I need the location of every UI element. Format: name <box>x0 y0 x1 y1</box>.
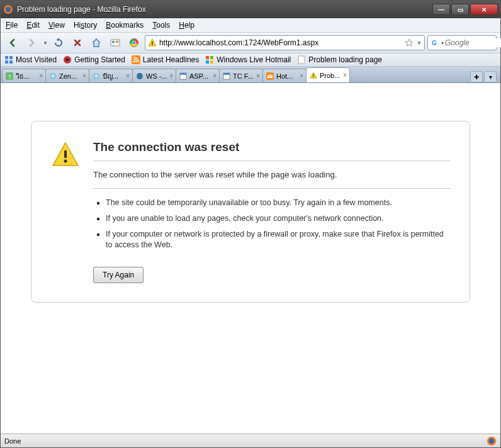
tab-favicon <box>135 72 144 81</box>
svg-rect-31 <box>180 73 186 75</box>
svg-point-1 <box>6 7 11 12</box>
tab-favicon <box>92 72 101 81</box>
error-box: The connection was reset The connection … <box>31 121 470 303</box>
svg-rect-33 <box>223 73 230 75</box>
tab-label: ปัญ... <box>103 70 124 82</box>
error-suggestions: The site could be temporarily unavailabl… <box>93 198 451 250</box>
status-text: Done <box>4 437 21 445</box>
tab-label: Prob... <box>320 72 341 79</box>
tab-favicon <box>48 72 57 81</box>
tab-label: TC F... <box>233 72 254 80</box>
status-bar: Done <box>1 434 500 447</box>
svg-rect-4 <box>116 41 118 43</box>
warning-icon <box>50 140 81 171</box>
tab-favicon <box>266 72 274 81</box>
url-input[interactable] <box>159 38 402 47</box>
try-again-button[interactable]: Try Again <box>93 267 144 283</box>
tab-close-icon[interactable]: × <box>213 72 217 79</box>
tab-4[interactable]: ASP...× <box>176 69 220 82</box>
tab-3[interactable]: WS -...× <box>132 69 176 82</box>
tab-favicon <box>179 72 188 81</box>
tab-close-icon[interactable]: × <box>343 72 347 79</box>
navigation-toolbar: ▼ ! ▼ G ▾ <box>1 33 500 53</box>
tab-label: WS -... <box>146 72 167 80</box>
bookmarks-toolbar: Most Visited Getting Started Latest Head… <box>1 53 500 67</box>
tab-0[interactable]: ?วิธ...× <box>2 69 46 82</box>
menu-view[interactable]: View <box>48 21 65 30</box>
tab-favicon <box>222 72 231 81</box>
tab-close-icon[interactable]: × <box>39 72 43 79</box>
bookmark-star-icon[interactable] <box>405 38 414 47</box>
site-warning-icon: ! <box>148 38 157 47</box>
url-bar[interactable]: ! ▼ <box>145 35 425 50</box>
svg-rect-3 <box>112 41 115 43</box>
tab-close-icon[interactable]: × <box>169 72 173 79</box>
tab-2[interactable]: ปัญ...× <box>89 69 133 82</box>
tab-bar: ?วิธ...× Zen...× ปัญ...× WS -...× ASP...… <box>1 67 500 83</box>
tab-close-icon[interactable]: × <box>126 72 130 79</box>
svg-point-8 <box>133 42 135 44</box>
svg-rect-14 <box>5 60 8 64</box>
svg-rect-19 <box>206 56 209 59</box>
list-tabs-button[interactable]: ▾ <box>484 71 497 82</box>
error-suggestion-item: The site could be temporarily unavailabl… <box>106 198 451 208</box>
window-title: Problem loading page - Mozilla Firefox <box>17 5 432 14</box>
error-suggestion-item: If you are unable to load any pages, che… <box>106 213 451 224</box>
titlebar[interactable]: Problem loading page - Mozilla Firefox —… <box>1 1 500 18</box>
minimize-button[interactable]: — <box>432 4 450 15</box>
bookmark-windows-live[interactable]: Windows Live Hotmail <box>205 55 291 64</box>
bookmark-label: Latest Headlines <box>143 55 199 64</box>
svg-rect-13 <box>9 56 13 59</box>
nav-history-dropdown[interactable]: ▼ <box>43 40 48 46</box>
tab-7[interactable]: !Prob...× <box>306 67 350 82</box>
bookmark-getting-started[interactable]: Getting Started <box>63 55 125 64</box>
menubar: File Edit View History Bookmarks Tools H… <box>1 18 500 33</box>
tab-label: Zen... <box>59 72 81 80</box>
svg-point-18 <box>133 61 135 63</box>
svg-point-38 <box>64 160 67 163</box>
svg-rect-22 <box>210 60 213 64</box>
menu-tools[interactable]: Tools <box>152 21 170 30</box>
reload-button[interactable] <box>50 35 67 50</box>
menu-history[interactable]: History <box>74 21 97 30</box>
tab-close-icon[interactable]: × <box>300 72 303 79</box>
search-input[interactable] <box>445 38 501 47</box>
bookmark-problem-loading[interactable]: Problem loading page <box>297 55 382 64</box>
menu-bookmarks[interactable]: Bookmarks <box>106 21 144 30</box>
tab-close-icon[interactable]: × <box>82 72 86 79</box>
svg-rect-15 <box>9 60 13 64</box>
menu-edit[interactable]: Edit <box>26 21 40 30</box>
firefox-window: Problem loading page - Mozilla Firefox —… <box>0 0 501 448</box>
warning-icon: ! <box>309 71 318 80</box>
back-button[interactable] <box>4 35 21 50</box>
home-button[interactable] <box>88 35 104 50</box>
close-button[interactable]: ✕ <box>470 4 498 15</box>
firefox-icon <box>3 4 13 14</box>
menu-file[interactable]: File <box>6 21 18 30</box>
error-title: The connection was reset <box>93 140 451 161</box>
forward-button[interactable] <box>23 35 40 50</box>
tab-6[interactable]: Hot...× <box>262 69 307 82</box>
tab-label: วิธ... <box>16 70 37 82</box>
menu-help[interactable]: Help <box>179 21 194 30</box>
svg-text:G: G <box>432 40 437 47</box>
tab-close-icon[interactable]: × <box>256 72 260 79</box>
addon-icon-1[interactable] <box>107 35 123 50</box>
maximize-button[interactable]: ▭ <box>451 4 469 15</box>
tab-5[interactable]: TC F...× <box>219 69 263 82</box>
chrome-icon[interactable] <box>126 35 142 50</box>
new-tab-button[interactable]: ✚ <box>470 71 483 82</box>
google-search-icon[interactable]: G <box>431 38 439 47</box>
search-box[interactable]: G ▾ <box>427 35 497 50</box>
bookmark-latest-headlines[interactable]: Latest Headlines <box>132 55 199 64</box>
svg-rect-37 <box>64 150 67 158</box>
svg-text:?: ? <box>8 74 11 80</box>
bookmark-most-visited[interactable]: Most Visited <box>4 55 57 64</box>
error-content: The connection was reset The connection … <box>93 140 451 283</box>
svg-rect-20 <box>210 56 213 59</box>
stop-button[interactable] <box>69 35 86 50</box>
bookmark-label: Most Visited <box>16 55 57 64</box>
url-dropdown[interactable]: ▼ <box>417 40 422 46</box>
search-engine-dropdown[interactable]: ▾ <box>441 40 444 46</box>
tab-1[interactable]: Zen...× <box>45 69 89 82</box>
